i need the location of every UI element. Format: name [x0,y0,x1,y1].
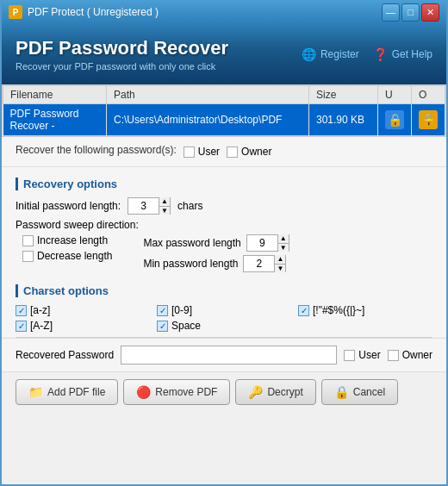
max-spinbox[interactable]: ▲ ▼ [246,234,289,252]
owner-checkbox-label[interactable]: Owner [227,146,271,158]
user-checkbox[interactable] [184,146,195,158]
max-input[interactable] [247,237,277,249]
sweep-label: Password sweep direction: [16,219,432,231]
table-header-row: Filename Path Size U O [3,86,445,104]
charset-item: ✓ [a-z] [16,304,150,316]
file-table: Filename Path Size U O PDF Password Reco… [3,85,445,136]
cancel-label: Cancel [353,386,385,398]
charset-text-1: [0-9] [171,304,192,316]
max-label: Max password length [143,237,240,249]
charset-text-0: [a-z] [30,304,50,316]
col-path: Path [107,86,309,104]
decrease-length-text: Decrease length [37,250,112,262]
cancel-button[interactable]: 🔒 Cancel [321,379,398,405]
add-pdf-button[interactable]: 📁 Add PDF file [16,379,118,405]
recovered-owner-label[interactable]: Owner [388,349,432,361]
user-label: User [198,146,220,158]
min-spin-arrows: ▲ ▼ [274,255,285,272]
app-header: PDF Password Recover Recover your PDF pa… [2,24,446,84]
charset-checkbox-0[interactable]: ✓ [16,305,27,316]
charset-text-3: [A-Z] [30,320,53,332]
charset-item: ✓ [0-9] [157,304,291,316]
recovered-input[interactable] [121,346,337,364]
cell-filename: PDF Password Recover - [3,104,107,136]
maximize-button[interactable]: □ [401,3,420,22]
recovered-user-text: User [358,349,380,361]
initial-length-input[interactable] [128,200,159,212]
spin-down-button[interactable]: ▼ [159,207,170,215]
decrypt-button[interactable]: 🔑 Decrypt [235,379,315,405]
recovered-user-label[interactable]: User [344,349,380,361]
cancel-icon: 🔒 [334,385,349,399]
spin-arrows: ▲ ▼ [159,197,170,215]
min-label: Min password length [143,258,238,270]
recovered-row: Recovered Password User Owner [2,338,446,371]
charset-checkbox-2[interactable]: ✓ [298,305,309,316]
owner-label: Owner [241,146,271,158]
table-row[interactable]: PDF Password Recover - C:\Users\Administ… [3,104,445,136]
decrease-length-checkbox[interactable] [22,251,34,262]
charset-checkbox-3[interactable]: ✓ [16,321,27,332]
max-spin-down[interactable]: ▼ [278,244,289,252]
help-link[interactable]: ❓ Get Help [373,47,432,62]
header-links: 🌐 Register ❓ Get Help [302,47,432,62]
add-pdf-label: Add PDF file [47,386,105,398]
decrypt-icon: 🔑 [248,385,263,399]
cell-path: C:\Users\Administrator\Desktop\PDF [107,104,309,136]
title-bar: P PDF Protect ( Unregistered ) — □ ✕ [2,0,446,24]
initial-length-label: Initial password length: [16,200,121,212]
charset-section: Charset options ✓ [a-z] ✓ [0-9] ✓ [!"#$%… [2,276,446,337]
charset-label-3[interactable]: ✓ [A-Z] [16,320,53,332]
charset-label-4[interactable]: ✓ Space [157,320,201,332]
increase-length-label[interactable]: Increase length [22,234,112,246]
charset-checkbox-4[interactable]: ✓ [157,321,168,332]
charset-text-2: [!"#$%({|}~] [313,304,364,316]
remove-icon: 🔴 [136,385,151,399]
charset-grid: ✓ [a-z] ✓ [0-9] ✓ [!"#$%({|}~] ✓ [A-Z] ✓… [16,304,432,332]
sweep-left-col: Increase length Decrease length [22,234,112,262]
min-length-row: Min password length ▲ ▼ [143,255,289,272]
max-length-row: Max password length ▲ ▼ [143,234,289,252]
min-spinbox[interactable]: ▲ ▼ [243,255,286,272]
col-u: U [378,86,412,104]
charset-item: ✓ [A-Z] [16,320,150,332]
cell-o: 🔒 [412,104,445,136]
recovered-owner-checkbox[interactable] [388,350,399,361]
header-branding: PDF Password Recover Recover your PDF pa… [16,37,228,72]
register-link[interactable]: 🌐 Register [302,47,359,62]
recovered-label: Recovered Password [16,349,114,361]
max-spin-up[interactable]: ▲ [278,234,289,244]
minimize-button[interactable]: — [382,3,400,22]
u-lock-icon: 🔒 [385,110,404,129]
recovery-options-section: Recovery options Initial password length… [2,167,446,276]
window-controls: — □ ✕ [382,3,439,22]
globe-icon: 🌐 [302,47,317,62]
close-button[interactable]: ✕ [421,3,439,22]
cell-size: 301.90 KB [309,104,378,136]
initial-length-spinbox[interactable]: ▲ ▼ [128,197,171,215]
help-label: Get Help [392,48,432,60]
user-checkbox-label[interactable]: User [184,146,220,158]
max-min-col: Max password length ▲ ▼ Min password len… [143,234,289,272]
help-icon: ❓ [373,47,389,62]
app-subtitle: Recover your PDF password with only one … [16,61,228,72]
min-spin-up[interactable]: ▲ [275,255,285,265]
recovery-options-title: Recovery options [16,178,432,190]
min-input[interactable] [244,258,274,270]
charset-checkbox-1[interactable]: ✓ [157,305,168,316]
initial-length-row: Initial password length: ▲ ▼ chars [16,197,432,215]
app-title: PDF Password Recover [16,37,228,59]
charset-label-1[interactable]: ✓ [0-9] [157,304,192,316]
min-spin-down[interactable]: ▼ [275,265,285,273]
owner-checkbox[interactable] [227,146,238,158]
spin-up-button[interactable]: ▲ [159,197,170,207]
charset-label-2[interactable]: ✓ [!"#$%({|}~] [298,304,364,316]
recovered-user-checkbox[interactable] [344,350,355,361]
col-filename: Filename [3,86,107,104]
charset-label-0[interactable]: ✓ [a-z] [16,304,50,316]
chars-label: chars [177,200,202,212]
remove-pdf-button[interactable]: 🔴 Remove PDF [123,379,230,405]
decrease-length-label[interactable]: Decrease length [22,250,112,262]
increase-length-checkbox[interactable] [22,235,34,246]
remove-pdf-label: Remove PDF [155,386,217,398]
